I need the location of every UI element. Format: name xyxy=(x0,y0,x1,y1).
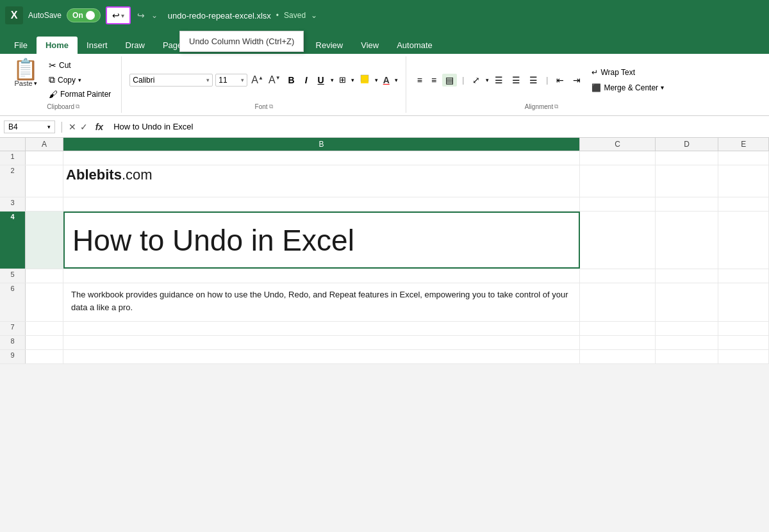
border-dropdown-icon[interactable]: ▾ xyxy=(351,77,354,83)
font-color-button[interactable]: A xyxy=(381,74,392,87)
paste-button[interactable]: 📋 Paste ▾ xyxy=(13,59,38,87)
border-button[interactable]: ⊞ xyxy=(336,74,349,86)
tab-review[interactable]: Review xyxy=(307,37,352,54)
col-header-a[interactable]: A xyxy=(26,138,63,151)
cell-e1[interactable] xyxy=(718,151,769,165)
alignment-expand-icon[interactable]: ⧉ xyxy=(554,103,558,110)
underline-dropdown-icon[interactable]: ▾ xyxy=(331,77,334,83)
align-right-button[interactable]: ☰ xyxy=(526,74,541,87)
cell-d9[interactable] xyxy=(656,350,718,363)
fill-color-button[interactable] xyxy=(357,72,372,87)
col-header-d[interactable]: D xyxy=(656,138,718,151)
underline-button[interactable]: U xyxy=(314,74,328,87)
autosave-toggle[interactable]: On xyxy=(67,8,101,22)
font-family-select[interactable]: Calibri ▾ xyxy=(129,74,213,87)
more-tools-icon[interactable]: ⌄ xyxy=(151,11,158,20)
italic-button[interactable]: I xyxy=(301,74,311,87)
formula-input[interactable] xyxy=(111,121,765,133)
cell-c1[interactable] xyxy=(580,151,656,165)
cell-b4[interactable]: How to Undo in Excel xyxy=(63,212,580,269)
paste-dropdown-icon[interactable]: ▾ xyxy=(34,80,37,87)
cut-button[interactable]: ✂ Cut xyxy=(46,59,113,72)
cell-c5[interactable] xyxy=(580,269,656,283)
cell-c6[interactable] xyxy=(580,283,656,321)
cell-b6[interactable]: The workbook provides guidance on how to… xyxy=(63,283,580,321)
font-size-select[interactable]: 11 ▾ xyxy=(215,74,247,87)
increase-indent-button[interactable]: ⇥ xyxy=(570,74,584,87)
cell-e5[interactable] xyxy=(718,269,769,283)
cell-a1[interactable] xyxy=(26,151,63,165)
copy-button[interactable]: ⧉ Copy ▾ xyxy=(46,73,113,87)
cell-e4[interactable] xyxy=(718,212,769,269)
cell-reference-box[interactable]: B4 ▾ xyxy=(4,121,55,133)
cell-d6[interactable] xyxy=(656,283,718,321)
cell-a2[interactable] xyxy=(26,165,63,197)
align-center-button[interactable]: ☰ xyxy=(509,74,524,87)
redo-button[interactable]: ↪ xyxy=(133,8,149,23)
align-top-left-button[interactable]: ≡ xyxy=(414,74,426,87)
cell-e7[interactable] xyxy=(718,322,769,335)
cell-c2[interactable] xyxy=(580,165,656,197)
cell-a7[interactable] xyxy=(26,322,63,335)
cell-b1[interactable] xyxy=(63,151,580,165)
cell-b5[interactable] xyxy=(63,269,580,283)
font-grow-button[interactable]: A▲ xyxy=(250,74,265,86)
tab-view[interactable]: View xyxy=(352,37,388,54)
cell-d3[interactable] xyxy=(656,197,718,211)
cell-ref-dropdown-icon[interactable]: ▾ xyxy=(47,124,51,130)
cell-a5[interactable] xyxy=(26,269,63,283)
tab-insert[interactable]: Insert xyxy=(78,37,117,54)
cell-d7[interactable] xyxy=(656,322,718,335)
col-header-c[interactable]: C xyxy=(580,138,656,151)
cell-d2[interactable] xyxy=(656,165,718,197)
undo-button[interactable]: ↩ ▾ xyxy=(106,6,131,24)
col-header-e[interactable]: E xyxy=(718,138,769,151)
cell-b8[interactable] xyxy=(63,336,580,349)
cell-e2[interactable] xyxy=(718,165,769,197)
align-left-button[interactable]: ☰ xyxy=(492,74,506,87)
cell-a6[interactable] xyxy=(26,283,63,321)
tab-draw[interactable]: Draw xyxy=(117,37,154,54)
col-header-b[interactable]: B xyxy=(63,138,580,151)
cell-c9[interactable] xyxy=(580,350,656,363)
cell-a4[interactable] xyxy=(26,212,63,269)
cell-e8[interactable] xyxy=(718,336,769,349)
tab-home[interactable]: Home xyxy=(37,37,78,54)
orientation-button[interactable]: ⤢ xyxy=(469,74,483,87)
format-painter-button[interactable]: 🖌 Format Painter xyxy=(46,88,113,101)
decrease-indent-button[interactable]: ⇤ xyxy=(553,74,567,87)
cell-d8[interactable] xyxy=(656,336,718,349)
cell-e6[interactable] xyxy=(718,283,769,321)
merge-dropdown-icon[interactable]: ▾ xyxy=(661,84,664,91)
cell-b2[interactable]: Ablebits.com xyxy=(63,165,580,197)
cell-b7[interactable] xyxy=(63,322,580,335)
cancel-formula-icon[interactable]: ✕ xyxy=(69,122,76,132)
cell-c8[interactable] xyxy=(580,336,656,349)
cell-d5[interactable] xyxy=(656,269,718,283)
tab-automate[interactable]: Automate xyxy=(388,37,442,54)
cell-a3[interactable] xyxy=(26,197,63,211)
font-expand-icon[interactable]: ⧉ xyxy=(269,103,273,110)
saved-dropdown-icon[interactable]: ⌄ xyxy=(311,11,317,20)
align-top-right-button[interactable]: ▤ xyxy=(442,74,457,87)
wrap-text-button[interactable]: ↵ Wrap Text xyxy=(586,66,669,79)
cell-e9[interactable] xyxy=(718,350,769,363)
cell-e3[interactable] xyxy=(718,197,769,211)
confirm-formula-icon[interactable]: ✓ xyxy=(80,122,88,132)
orientation-dropdown-icon[interactable]: ▾ xyxy=(486,77,489,83)
cell-b9[interactable] xyxy=(63,350,580,363)
cell-c3[interactable] xyxy=(580,197,656,211)
copy-dropdown-icon[interactable]: ▾ xyxy=(78,77,81,83)
tab-file[interactable]: File xyxy=(5,37,37,54)
cell-d4[interactable] xyxy=(656,212,718,269)
cell-c4[interactable] xyxy=(580,212,656,269)
cell-a9[interactable] xyxy=(26,350,63,363)
font-color-dropdown-icon[interactable]: ▾ xyxy=(395,77,398,83)
cell-d1[interactable] xyxy=(656,151,718,165)
cell-b3[interactable] xyxy=(63,197,580,211)
cell-a8[interactable] xyxy=(26,336,63,349)
merge-center-button[interactable]: ⬛ Merge & Center ▾ xyxy=(586,81,669,94)
fill-dropdown-icon[interactable]: ▾ xyxy=(375,77,378,83)
font-shrink-button[interactable]: A▼ xyxy=(267,74,282,86)
clipboard-expand-icon[interactable]: ⧉ xyxy=(76,103,79,110)
